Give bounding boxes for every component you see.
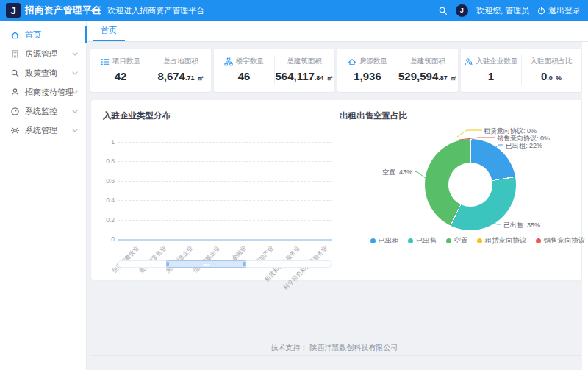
power-icon	[537, 7, 545, 15]
sidebar-collapse-icon[interactable]	[90, 5, 101, 15]
legend-item[interactable]: 已出租	[370, 236, 400, 246]
datazoom-window[interactable]	[166, 260, 246, 268]
legend-dot	[536, 238, 541, 243]
bar-chart-title: 入驻企业类型分布	[103, 110, 171, 121]
avatar[interactable]: J	[456, 4, 468, 17]
chevron-down-icon	[72, 129, 78, 132]
stat-value: 42	[90, 70, 151, 82]
x-axis-label: 批发和零售业	[137, 244, 168, 275]
y-axis-tick: 0.6	[96, 177, 115, 185]
legend-item[interactable]: 租赁意向协议	[477, 236, 527, 246]
legend-item[interactable]: 销售意向协议	[536, 236, 586, 246]
settings-icon	[10, 126, 20, 135]
legend-item[interactable]: 已出售	[408, 236, 437, 246]
gridline	[118, 142, 332, 143]
pie-label: 已出租: 22%	[506, 141, 542, 151]
tab-label: 首页	[101, 25, 117, 36]
chevron-down-icon	[72, 52, 78, 56]
avatar-letter: J	[460, 7, 464, 14]
gridline	[118, 161, 332, 162]
sidebar-item-label: 政策查询	[25, 68, 57, 79]
logout-button[interactable]: 退出登录	[537, 5, 581, 16]
chevron-down-icon	[72, 110, 78, 113]
logo-letter: J	[10, 5, 15, 16]
datazoom-grip	[203, 264, 210, 266]
sidebar: 首页 房源管理 政策查询 招商接待管理 系统监控 系统管理	[0, 21, 87, 370]
gridline	[118, 181, 332, 182]
stat-card-enterprises: 入驻企业数量 1 入驻面积占比 0.0 %	[461, 49, 581, 92]
sidebar-item-home[interactable]: 首页	[0, 26, 87, 43]
x-axis-label: 先进制造企业	[164, 244, 195, 275]
stat-label: 房源数量	[359, 57, 387, 66]
search-icon	[10, 68, 20, 78]
gridline	[118, 200, 332, 201]
footer-text: 技术支持： 陕西沣慧数创科技有限公司	[87, 343, 582, 353]
stat-label: 总占地面积	[163, 57, 198, 66]
sidebar-item-housing[interactable]: 房源管理	[0, 46, 87, 62]
sidebar-item-label: 首页	[25, 29, 41, 40]
stat-label: 楼宇数量	[236, 57, 264, 66]
legend-label: 租赁意向协议	[485, 236, 527, 246]
logout-label: 退出登录	[548, 5, 581, 16]
x-axis-label: 住宿和餐饮业	[110, 244, 141, 275]
sidebar-item-label: 系统监控	[25, 106, 57, 117]
legend-item[interactable]: 空置	[446, 236, 468, 246]
stat-label: 入驻企业数量	[476, 57, 518, 66]
pie-chart-title: 出租出售空置占比	[340, 110, 407, 121]
app-logo: J	[6, 3, 21, 18]
home-icon	[10, 30, 20, 40]
footer-divider	[91, 355, 581, 356]
tab-home[interactable]: 首页	[93, 21, 125, 41]
y-axis-tick: 1	[96, 138, 115, 146]
sidebar-item-label: 房源管理	[25, 49, 57, 60]
stat-value: 529,594.87 ㎡	[398, 70, 458, 83]
pie-legend: 已出租已出售空置租赁意向协议销售意向协议	[368, 236, 588, 246]
bar-plot: 10.80.60.40.20住宿和餐饮业批发和零售业先进制造企业信息传输企业金融…	[118, 142, 332, 239]
gridline	[118, 220, 332, 221]
y-axis-tick: 0.8	[96, 157, 115, 165]
donut-hole	[448, 163, 492, 207]
legend-dot	[370, 238, 376, 243]
sidebar-item-policy[interactable]: 政策查询	[0, 65, 87, 81]
legend-dot	[477, 238, 482, 243]
datazoom-handle-left[interactable]	[167, 262, 169, 266]
sidebar-item-reception[interactable]: 招商接待管理	[0, 84, 87, 100]
stat-value: 8,674.71 ㎡	[151, 70, 211, 83]
stat-value: 46	[214, 70, 274, 82]
y-axis-tick: 0.2	[96, 216, 115, 224]
search-icon[interactable]	[438, 6, 448, 15]
stat-label: 总建筑面积	[287, 57, 322, 66]
sitemap-icon	[224, 57, 233, 66]
chevron-down-icon	[72, 90, 78, 94]
user-greeting: 欢迎您, 管理员	[476, 5, 529, 16]
legend-label: 销售意向协议	[544, 236, 586, 246]
welcome-text: 欢迎进入招商资产管理平台	[107, 0, 204, 21]
reception-icon	[10, 88, 20, 97]
datazoom-handle-right[interactable]	[243, 262, 245, 266]
scrollbar-track[interactable]	[582, 42, 588, 370]
stat-card-houses: 房源数量 1,936 总建筑面积 529,594.87 ㎡	[337, 49, 458, 92]
pie-label: 已出售: 35%	[503, 221, 540, 230]
legend-label: 已出租	[379, 236, 400, 246]
x-axis-label: 信息传输企业	[191, 244, 222, 275]
stat-value: 0.0 %	[521, 70, 581, 82]
stat-card-buildings: 楼宇数量 46 总建筑面积 564,117.84 ㎡	[214, 49, 334, 92]
legend-dot	[408, 238, 413, 243]
header: J 招商资产管理平台 欢迎进入招商资产管理平台 J 欢迎您, 管理员 退出登录	[0, 0, 588, 21]
sidebar-item-monitor[interactable]: 系统监控	[0, 103, 87, 119]
stat-value: 1	[461, 70, 521, 82]
sidebar-item-label: 招商接待管理	[25, 87, 74, 98]
legend-label: 已出售	[416, 236, 437, 246]
active-indicator	[85, 26, 87, 43]
stat-label: 项目数量	[112, 57, 140, 66]
sidebar-item-label: 系统管理	[25, 125, 57, 136]
stat-label: 入驻面积占比	[531, 57, 573, 66]
pie-label: 空置: 43%	[382, 168, 412, 177]
x-axis-line	[118, 239, 332, 241]
sidebar-item-settings[interactable]: 系统管理	[0, 122, 87, 138]
stat-value: 1,936	[337, 70, 398, 82]
app-window: J 招商资产管理平台 欢迎进入招商资产管理平台 J 欢迎您, 管理员 退出登录 …	[0, 0, 588, 370]
tab-bar: 首页	[87, 21, 588, 42]
home-icon	[348, 57, 356, 66]
stat-label: 总建筑面积	[410, 57, 445, 66]
